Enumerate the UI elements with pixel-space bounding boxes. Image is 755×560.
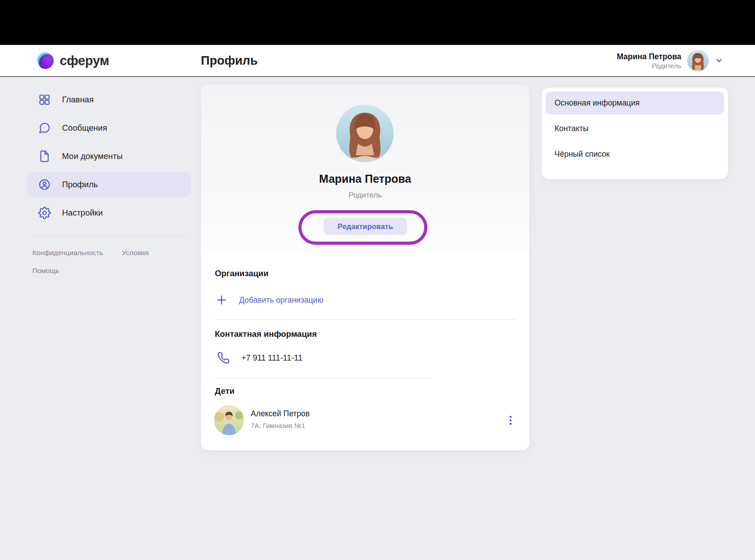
settings-tab-main-info[interactable]: Основная информация [546,92,724,115]
user-menu[interactable]: Марина Петрова Родитель [617,45,724,76]
plus-icon [215,293,228,307]
app-body: Главная Сообщения Мои документы [0,77,755,560]
profile-name: Марина Петрова [201,172,529,185]
user-avatar [687,50,709,71]
edit-profile-button[interactable]: Редактировать [324,218,407,235]
sidebar: Главная Сообщения Мои документы [27,87,191,280]
user-text: Марина Петрова Родитель [617,52,681,70]
sidebar-item-profile[interactable]: Профиль [27,172,191,197]
organizations-title: Организации [215,269,269,278]
sidebar-item-label: Профиль [62,180,98,190]
sidebar-item-label: Сообщения [62,123,107,133]
add-organization-button[interactable]: Добавить организацию [215,292,324,308]
child-avatar [214,405,244,435]
user-role: Родитель [617,62,681,70]
sidebar-item-label: Главная [62,95,93,105]
profile-card: Марина Петрова Родитель Редактировать Ор… [201,84,529,450]
profile-role: Родитель [201,191,529,200]
gear-icon [38,206,51,220]
phone-icon [217,352,230,364]
add-organization-label: Добавить организацию [239,295,324,305]
child-row: Алексей Петров 7А, Гимназия №1 [214,405,520,436]
profile-settings-panel: Основная информация Контакты Чёрный спис… [542,88,728,179]
app-header: сферум Профиль Марина Петрова Родитель [0,45,755,76]
sidebar-item-label: Мои документы [62,151,123,161]
document-icon [38,150,51,163]
sidebar-divider [32,235,184,236]
children-title: Дети [215,386,235,396]
profile-icon [38,178,51,191]
child-info: 7А, Гимназия №1 [251,422,305,429]
user-name: Марина Петрова [617,52,681,62]
settings-tab-label: Контакты [555,124,589,133]
screen: сферум Профиль Марина Петрова Родитель [0,0,755,560]
profile-hero: Марина Петрова Родитель Редактировать [201,84,529,254]
settings-tab-label: Чёрный список [555,150,609,159]
logo-text: сферум [60,53,109,68]
chevron-down-icon [715,56,724,65]
logo[interactable]: сферум [36,45,109,76]
sidebar-item-documents[interactable]: Мои документы [27,144,191,169]
settings-tab-blacklist[interactable]: Чёрный список [546,143,724,166]
letterbox-top [0,0,755,45]
page-title: Профиль [201,45,258,76]
help-link[interactable]: Помощь [32,262,59,280]
grid-icon [38,93,51,106]
settings-tab-label: Основная информация [555,98,640,108]
phone-row: +7 911 111-11-11 [217,352,302,364]
kebab-menu-icon[interactable] [505,414,516,426]
phone-number: +7 911 111-11-11 [241,353,302,363]
contacts-title: Контактная информация [215,329,317,339]
sferum-logo-icon [36,51,55,70]
child-name: Алексей Петров [251,409,310,419]
settings-tab-contacts[interactable]: Контакты [546,117,724,140]
sidebar-item-main[interactable]: Главная [27,87,191,112]
sidebar-item-messages[interactable]: Сообщения [27,115,191,141]
sidebar-item-label: Настройки [62,208,103,218]
section-divider [215,319,516,320]
profile-avatar [336,105,394,162]
chat-icon [38,121,51,135]
terms-link[interactable]: Условия [122,244,149,262]
sidebar-footer-links: Конфиденциальность Условия Помощь [32,244,181,280]
section-divider [215,378,431,379]
privacy-link[interactable]: Конфиденциальность [32,244,103,262]
sidebar-item-settings[interactable]: Настройки [27,200,191,225]
